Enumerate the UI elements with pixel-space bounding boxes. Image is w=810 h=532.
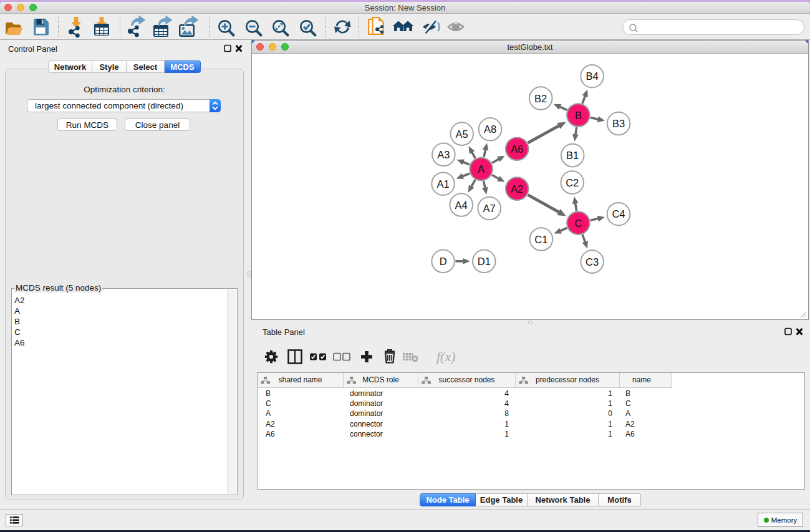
svg-text:B1: B1 [566, 150, 579, 161]
svg-text:A4: A4 [455, 200, 468, 211]
svg-text:A1: A1 [437, 178, 450, 190]
svg-text:B3: B3 [612, 118, 625, 129]
svg-text:C4: C4 [612, 208, 625, 220]
svg-text:D: D [440, 256, 447, 267]
svg-text:A5: A5 [456, 128, 468, 140]
svg-text:B: B [575, 110, 582, 121]
svg-text:A3: A3 [437, 149, 450, 160]
svg-text:C1: C1 [534, 234, 547, 245]
svg-text:D1: D1 [478, 256, 491, 267]
svg-text:f(x): f(x) [436, 349, 456, 364]
svg-text:B2: B2 [534, 93, 547, 104]
svg-text:C2: C2 [566, 177, 579, 188]
svg-text:A2: A2 [511, 183, 523, 195]
svg-text:C3: C3 [586, 256, 599, 268]
svg-text:A: A [478, 163, 485, 175]
svg-text:C: C [574, 218, 582, 229]
svg-text:A6: A6 [511, 143, 523, 155]
svg-text:A7: A7 [483, 203, 496, 214]
svg-text:A8: A8 [484, 123, 496, 135]
svg-text:B4: B4 [586, 70, 599, 82]
